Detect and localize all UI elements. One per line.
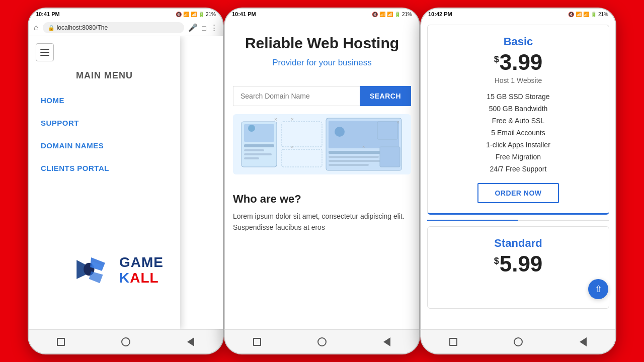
nav-back-btn-2[interactable]	[380, 335, 394, 349]
svg-marker-10	[89, 272, 103, 283]
battery-icon: 🔋 21%	[198, 12, 216, 17]
logo-icon	[74, 252, 114, 289]
feature-6: 24/7 Free Support	[436, 163, 601, 175]
mic-icon[interactable]: 🎤	[188, 23, 198, 32]
speaker-icon: 🔇	[176, 12, 182, 17]
status-icons-2: 🔇 📶 📶 🔋 21%	[372, 12, 412, 17]
menu-item-support[interactable]: SUPPORT	[29, 112, 180, 134]
plan-host-basic: Host 1 Website	[436, 76, 601, 84]
home-icon[interactable]: ⌂	[34, 23, 39, 32]
battery2-icon: 🔋 21%	[394, 12, 412, 17]
plan-price-standard: $ 5.99	[436, 253, 601, 275]
nav-square-btn[interactable]	[54, 335, 68, 349]
feature-0: 15 GB SSD Storage	[436, 90, 601, 103]
nav-triangle-icon	[187, 337, 194, 346]
nav-triangle-icon-3	[580, 337, 587, 346]
nav-circle-icon	[121, 337, 130, 346]
who-title: Who are we?	[233, 193, 411, 206]
who-text: Lorem ipsum dolor sit amet, consectetur …	[233, 211, 411, 233]
more-icon[interactable]: ⋮	[210, 23, 218, 32]
feature-4: 1-click Apps Installer	[436, 139, 601, 151]
speaker3-icon: 🔇	[568, 12, 574, 17]
plan-amount-basic: 3.99	[500, 51, 543, 73]
hamburger-line-3	[40, 55, 49, 56]
svg-text:×: ×	[291, 117, 294, 122]
menu-item-clients[interactable]: CLIENTS PORTAL	[29, 157, 180, 179]
feature-2: Free & Auto SSL	[436, 115, 601, 127]
lock-icon: 🔒	[48, 25, 55, 31]
nav-triangle-icon-2	[383, 337, 390, 346]
phone-bottom-1	[29, 329, 223, 353]
plan-card-standard: Standard $ 5.99	[427, 226, 609, 309]
nav-square-icon	[57, 338, 65, 346]
nav-square-icon-2	[253, 338, 261, 346]
nav-square-btn-3[interactable]	[446, 335, 460, 349]
plan-name-standard: Standard	[436, 237, 601, 250]
plan-price-basic: $ 3.99	[436, 51, 601, 73]
nav-home-btn-3[interactable]	[511, 335, 525, 349]
nav-square-icon-3	[449, 338, 457, 346]
svg-text:×: ×	[362, 144, 365, 149]
phones-container: 10:41 PM 🔇 📶 📶 🔋 21% ⌂ 🔒 localhost:8080/…	[0, 0, 644, 362]
url-box[interactable]: 🔒 localhost:8080/The	[43, 22, 184, 33]
status-bar-3: 10:42 PM 🔇 📶 📶 🔋 21%	[421, 9, 615, 20]
who-section: Who are we? Lorem ipsum dolor sit amet, …	[225, 183, 419, 243]
signal5-icon: 📶	[576, 12, 582, 17]
tab-icon[interactable]: □	[202, 24, 206, 32]
nav-circle-icon-3	[514, 337, 523, 346]
hamburger-button[interactable]	[36, 43, 54, 61]
time-2: 10:41 PM	[232, 11, 256, 17]
phone-2: 10:41 PM 🔇 📶 📶 🔋 21% Reliable Web Hostin…	[224, 8, 420, 354]
nav-back-btn-3[interactable]	[576, 335, 590, 349]
nav-back-btn[interactable]	[184, 335, 198, 349]
nav-home-btn[interactable]	[119, 335, 133, 349]
hero-section: Reliable Web Hosting Provider for your b…	[225, 20, 419, 76]
svg-text:×: ×	[274, 117, 277, 122]
svg-rect-22	[282, 149, 322, 167]
svg-rect-34	[380, 147, 400, 167]
plan-separator	[427, 220, 609, 221]
plan-features-basic: 15 GB SSD Storage 500 GB Bandwidth Free …	[436, 90, 601, 175]
time-3: 10:42 PM	[428, 11, 452, 17]
menu-items: HOME SUPPORT DOMAIN NAMES CLIENTS PORTAL	[29, 89, 180, 179]
nav-circle-icon-2	[317, 337, 327, 346]
scroll-up-button[interactable]: ⇧	[588, 279, 608, 299]
phone1-content: Webg your SEARCH	[29, 36, 223, 329]
menu-item-domain[interactable]: DOMAIN NAMES	[29, 134, 180, 157]
svg-rect-21	[282, 122, 322, 147]
svg-point-25	[335, 127, 345, 137]
hero-title: Reliable Web Hosting	[235, 34, 409, 53]
search-domain-input[interactable]	[233, 86, 360, 106]
logo-game-text: GAME	[119, 255, 164, 270]
signal2-icon: 📶	[191, 12, 197, 17]
search-row: SEARCH	[233, 86, 411, 106]
nav-home-btn-2[interactable]	[315, 335, 329, 349]
signal-icon: 📶	[183, 12, 189, 17]
plan-dollar-basic: $	[494, 54, 499, 65]
phone3-wrapper: Basic $ 3.99 Host 1 Website 15 GB SSD St…	[421, 20, 615, 329]
svg-rect-15	[244, 144, 274, 147]
svg-rect-29	[329, 164, 369, 166]
svg-rect-27	[329, 156, 379, 158]
nav-square-btn-2[interactable]	[250, 335, 264, 349]
phone3-content: Basic $ 3.99 Host 1 Website 15 GB SSD St…	[421, 20, 615, 329]
speaker2-icon: 🔇	[372, 12, 378, 17]
battery3-icon: 🔋 21%	[591, 12, 608, 17]
svg-text:×: ×	[291, 144, 293, 149]
logo-text: GAME KALL	[119, 255, 164, 286]
signal4-icon: 📶	[387, 12, 393, 17]
status-icons-3: 🔇 📶 📶 🔋 21%	[568, 12, 608, 17]
status-bar-2: 10:41 PM 🔇 📶 📶 🔋 21%	[225, 9, 419, 20]
feature-1: 500 GB Bandwidth	[436, 103, 601, 115]
menu-item-home[interactable]: HOME	[29, 89, 180, 112]
phone-3: 10:42 PM 🔇 📶 📶 🔋 21% Basic $ 3.99 Host 1…	[420, 8, 616, 354]
signal6-icon: 📶	[583, 12, 589, 17]
phone-1: 10:41 PM 🔇 📶 📶 🔋 21% ⌂ 🔒 localhost:8080/…	[28, 8, 224, 354]
plan-amount-standard: 5.99	[500, 253, 543, 275]
svg-rect-16	[244, 149, 264, 151]
time-1: 10:41 PM	[36, 11, 60, 17]
phone-bottom-3	[421, 329, 615, 353]
order-now-basic[interactable]: ORDER NOW	[477, 183, 558, 203]
hamburger-row	[29, 36, 180, 68]
search-domain-button[interactable]: SEARCH	[360, 86, 411, 106]
